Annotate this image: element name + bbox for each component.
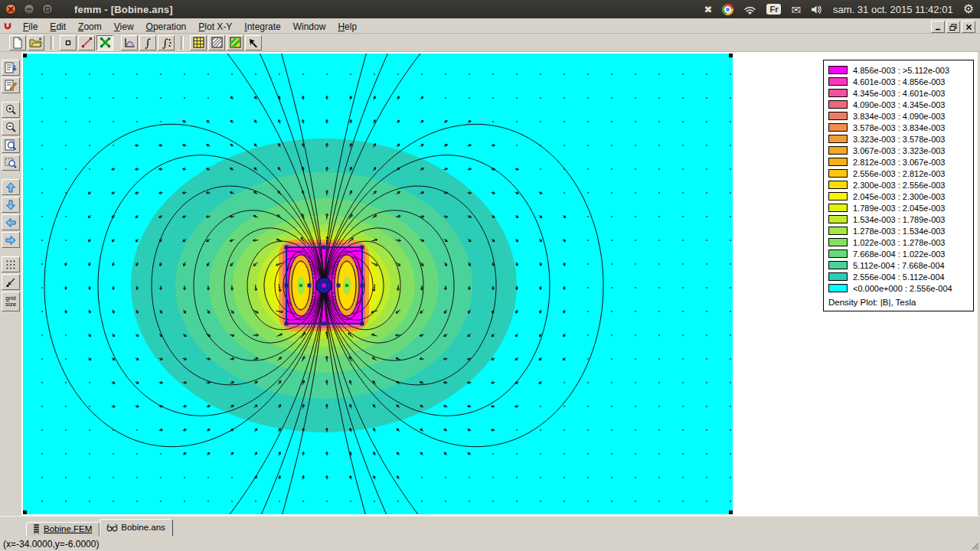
legend-range: <0.000e+000 : 2.556e-004 [853,284,952,293]
legend-row: 2.045e-003 : 2.300e-003 [828,191,970,202]
contour-plot-button[interactable] [208,35,225,51]
legend-row: 5.112e-004 : 7.668e-004 [828,259,970,271]
pan-down-button[interactable] [2,197,20,213]
block-select-icon [100,37,111,48]
pan-up-button[interactable] [2,179,20,195]
notifier-icon[interactable]: ✖ [704,5,713,15]
zoom-page-icon [5,139,17,151]
legend-swatch [828,204,848,212]
legend-range: 5.112e-004 : 7.668e-004 [853,261,945,270]
legend-range: 2.045e-003 : 2.300e-003 [853,192,946,201]
menu-zoom[interactable]: Zoom [72,20,108,34]
snap-to-grid-button[interactable] [2,274,20,290]
contour-mode-button[interactable] [78,35,95,51]
legend-row: <0.000e+000 : 2.556e-004 [828,282,970,294]
open-file-button[interactable] [28,35,44,51]
legend-swatch [828,227,848,235]
pan-right-icon [5,235,16,246]
mdi-minimize-button[interactable] [931,21,945,33]
menu-view[interactable]: View [108,20,140,34]
cursor-coordinates: (x=-34.0000,y=-6.0000) [3,539,99,549]
legend-range: 3.067e-003 : 3.323e-003 [853,146,946,155]
maximize-button[interactable] [42,4,53,15]
pan-up-icon [5,182,16,193]
clock[interactable]: sam. 31 oct. 2015 11:42:01 [833,4,953,15]
close-button[interactable] [5,4,16,15]
session-gear-icon[interactable]: ⚙ [963,3,974,15]
mdi-restore-button[interactable] [946,21,960,33]
femm-window: femm - [Bobine.ans] ✖ Fr ✉ sam. 31 oct. … [0,0,980,551]
legend-row: 3.834e-003 : 4.090e-003 [828,110,970,122]
zoom-window-button[interactable] [2,155,20,171]
menu-window[interactable]: Window [287,20,332,34]
zoom-extents-button[interactable] [2,137,20,153]
show-grid-button[interactable] [2,256,20,272]
legend-row: 2.556e-004 : 5.112e-004 [828,271,970,282]
menu-file[interactable]: File [17,20,44,34]
plot-xy-button[interactable] [121,35,138,51]
legend-row: 3.323e-003 : 3.578e-003 [828,133,970,145]
legend-range: 2.812e-003 : 3.067e-003 [853,158,946,167]
legend-range: 7.668e-004 : 1.022e-003 [853,249,946,259]
zoom-window-icon [5,157,17,168]
line-integral-button[interactable]: ∫ [158,35,175,51]
block-mode-button[interactable] [96,35,113,51]
menu-help[interactable]: Help [332,20,363,34]
resize-grip[interactable] [969,540,979,550]
legend-row: 2.556e-003 : 2.812e-003 [828,168,970,179]
chrome-icon[interactable] [722,4,733,15]
new-file-button[interactable] [9,35,26,51]
vector-plot-button[interactable] [227,35,243,51]
mdi-minimize-icon [935,24,942,31]
toolbar-left: grid size [0,52,21,516]
tab-label: Bobine.FEM [44,524,92,533]
tab-bobine-ans[interactable]: Bobine.ans [100,519,173,536]
pointer-button[interactable] [245,35,262,51]
statusbar: (x=-34.0000,y=-6.0000) [0,537,980,551]
menu-edit[interactable]: Edit [44,20,72,34]
mail-icon[interactable]: ✉ [791,4,801,15]
edit-doc-icon [5,80,17,91]
menu-operation[interactable]: Operation [140,20,193,34]
menu-integrate[interactable]: Integrate [238,20,286,34]
grid-size-button[interactable]: grid size [2,292,20,311]
output-window-button[interactable] [2,60,20,76]
mdi-restore-icon [949,24,957,31]
zoom-in-button[interactable] [2,102,20,118]
glasses-icon [106,523,118,532]
hatch-icon [211,37,223,48]
minimize-button[interactable] [24,4,34,15]
legend-row: 4.856e-003 : >5.112e-003 [828,64,970,76]
zoom-in-icon [5,104,17,116]
point-values-button[interactable] [60,35,77,51]
pan-right-button[interactable] [2,232,20,248]
wifi-icon[interactable] [743,5,756,15]
legend-swatch [828,77,848,86]
field-view[interactable] [23,54,733,514]
document-tabbar: Bobine.FEM Bobine.ans [0,516,980,537]
zoom-out-icon [5,122,17,133]
legend-range: 3.578e-003 : 3.834e-003 [853,123,946,132]
volume-icon[interactable] [811,5,823,15]
integral-button[interactable]: ∫ [139,35,156,51]
zoom-out-button[interactable] [2,119,20,135]
keyboard-layout-indicator[interactable]: Fr [766,4,781,15]
legend-swatch [828,100,848,109]
toolbar-separator [51,36,54,50]
menu-plot-x-y[interactable]: Plot X-Y [192,20,238,34]
legend-row: 1.534e-003 : 1.789e-003 [828,214,970,225]
pan-left-button[interactable] [2,214,20,230]
legend-row: 2.812e-003 : 3.067e-003 [828,156,970,168]
density-plot-canvas[interactable] [23,54,733,514]
density-legend: 4.856e-003 : >5.112e-0034.601e-003 : 4.8… [823,60,974,311]
tab-bobine-fem[interactable]: Bobine.FEM [26,522,100,536]
tab-label: Bobine.ans [121,523,165,532]
close-icon [8,6,14,12]
minimize-icon [26,6,32,12]
menu: FileEditZoomViewOperationPlot X-YIntegra… [17,19,363,33]
density-plot-button[interactable] [190,35,207,51]
edit-properties-button[interactable] [2,77,20,93]
mdi-close-button[interactable] [962,21,975,33]
legend-swatch [828,284,848,292]
titlebar: femm - [Bobine.ans] ✖ Fr ✉ sam. 31 oct. … [0,0,980,18]
